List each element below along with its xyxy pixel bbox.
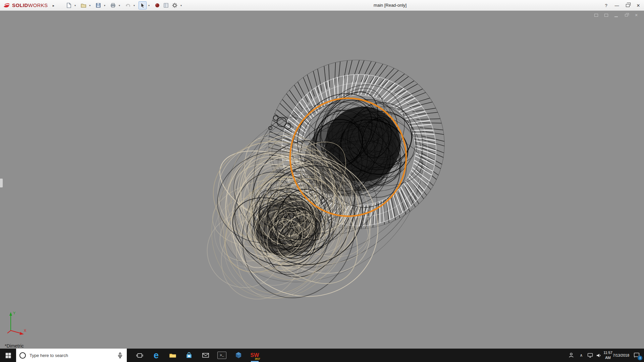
dassault-ds-icon — [3, 2, 11, 9]
select-tool-button[interactable] — [139, 1, 147, 9]
notification-badge: 3 — [638, 356, 642, 360]
close-button[interactable]: ✕ — [636, 3, 641, 8]
taskbar-app-3d-viewer[interactable] — [230, 349, 247, 362]
appearance-button[interactable] — [153, 1, 161, 9]
dropdown-caret-icon[interactable]: ▾ — [88, 4, 92, 7]
dropdown-caret-icon[interactable]: ▾ — [103, 4, 107, 7]
file-explorer-icon — [169, 351, 177, 359]
window-controls: ? — ✕ — [604, 0, 641, 11]
undo-icon — [125, 2, 131, 8]
network-button[interactable] — [586, 349, 594, 362]
mail-envelope-icon — [202, 351, 210, 359]
taskbar-app-store[interactable] — [181, 349, 197, 362]
volume-button[interactable] — [594, 349, 603, 362]
speaker-icon — [595, 352, 602, 359]
taskbar-search-box[interactable] — [16, 349, 127, 362]
task-view-icon — [136, 352, 144, 359]
chevron-up-icon: ∧ — [580, 353, 583, 358]
print-icon — [110, 2, 116, 8]
print-button[interactable] — [109, 1, 117, 9]
taskbar-app-command-prompt[interactable]: >_ — [214, 349, 230, 362]
dropdown-caret-icon[interactable]: ▾ — [132, 4, 136, 7]
taskbar-app-mail[interactable] — [197, 349, 214, 362]
doc-restore-button[interactable] — [623, 13, 629, 18]
store-bag-icon — [185, 352, 193, 359]
gear-icon — [172, 2, 178, 8]
system-tray: ∧ 11:57 AM 7/13/2018 3 — [566, 349, 644, 362]
dropdown-caret-icon[interactable]: ▾ — [147, 4, 151, 7]
start-button[interactable] — [0, 349, 16, 362]
save-floppy-icon — [95, 2, 101, 8]
dropdown-caret-icon[interactable]: ▾ — [179, 4, 183, 7]
open-folder-icon — [80, 2, 87, 8]
options-button[interactable] — [171, 1, 179, 9]
logo-text-works: WORKS — [28, 2, 48, 8]
clock-date: 7/13/2018 — [613, 353, 629, 358]
taskbar-app-solidworks[interactable]: SW 2017 — [247, 349, 263, 362]
solidworks-year-badge: 2017 — [255, 358, 260, 360]
save-button[interactable] — [94, 1, 102, 9]
logo-text-solid: SOLID — [12, 2, 28, 8]
people-button[interactable] — [566, 349, 577, 362]
dropdown-caret-icon[interactable]: ▾ — [118, 4, 121, 7]
axis-y-label: Y — [13, 311, 16, 315]
titlebar: SOLIDWORKS ▸ ▾ ▾ — [0, 0, 644, 11]
doc-close-button[interactable]: ✕ — [633, 13, 639, 18]
tray-expand-button[interactable]: ∧ — [577, 349, 586, 362]
search-input[interactable] — [29, 353, 114, 358]
clock-time: 11:57 AM — [603, 350, 613, 360]
graphics-area[interactable]: ✕ Y X *Dimetric — [0, 11, 644, 349]
cube-icon — [234, 351, 243, 359]
appearance-sphere-icon — [154, 2, 160, 8]
orientation-triad: Y X — [5, 310, 28, 337]
engine-wireframe-model — [0, 11, 644, 349]
windows-logo-icon — [5, 352, 11, 359]
restore-icon — [626, 4, 630, 7]
minimize-button[interactable]: — — [614, 3, 619, 8]
solidworks-app-icon: SW 2017 — [250, 351, 260, 360]
taskbar-app-file-explorer[interactable] — [164, 349, 181, 362]
new-document-icon — [66, 2, 72, 8]
panel-flyout-tab[interactable] — [0, 178, 3, 188]
command-prompt-icon: >_ — [217, 352, 226, 359]
taskbar-clock[interactable]: 11:57 AM 7/13/2018 — [603, 349, 629, 362]
select-cursor-icon — [140, 2, 146, 8]
document-window-controls: ✕ — [593, 13, 639, 18]
help-button[interactable]: ? — [604, 3, 608, 8]
menu-flyout-arrow-icon[interactable]: ▸ — [51, 4, 56, 7]
doc-window-icon[interactable] — [603, 13, 609, 18]
restore-button[interactable] — [625, 4, 630, 7]
task-view-button[interactable] — [131, 349, 148, 362]
view-orientation-label: *Dimetric — [5, 343, 24, 349]
axis-x-label: X — [24, 328, 26, 333]
new-document-button[interactable] — [65, 1, 73, 9]
undo-button[interactable] — [124, 1, 132, 9]
taskbar-app-edge[interactable]: e — [148, 349, 164, 362]
doc-minimize-button[interactable] — [613, 13, 619, 18]
document-title: main [Read-only] — [374, 0, 407, 11]
open-button[interactable] — [79, 1, 88, 9]
taskbar: e >_ SW 2017 — [0, 349, 644, 362]
cortana-icon[interactable] — [19, 352, 26, 359]
action-center-button[interactable]: 3 — [629, 349, 644, 362]
design-table-button[interactable] — [162, 1, 170, 9]
people-icon — [568, 352, 575, 359]
main-toolbar: ▾ ▾ ▾ — [65, 1, 185, 9]
design-table-icon — [163, 2, 169, 8]
network-icon — [587, 352, 594, 359]
edge-icon: e — [154, 351, 159, 360]
solidworks-logo: SOLIDWORKS — [3, 2, 48, 9]
doc-window-icon[interactable] — [593, 13, 599, 18]
microphone-icon[interactable] — [117, 352, 123, 359]
dropdown-caret-icon[interactable]: ▾ — [73, 4, 77, 7]
